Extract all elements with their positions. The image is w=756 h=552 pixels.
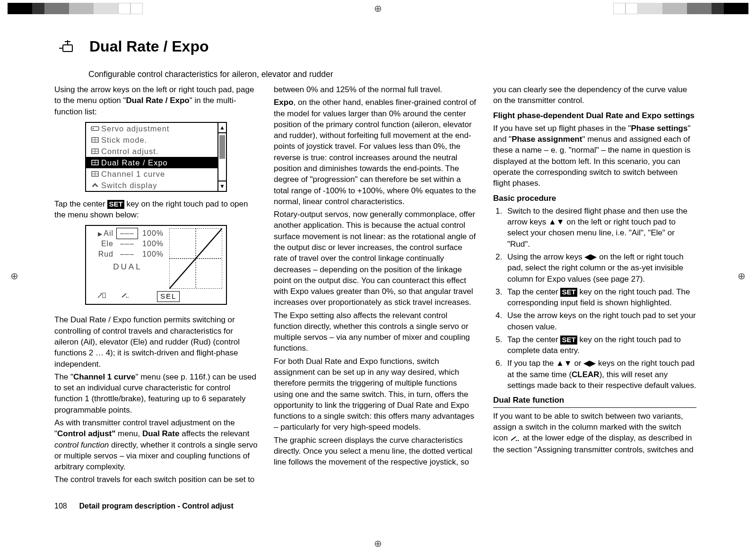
printer-color-bar-left (8, 3, 143, 14)
curve-graph (169, 228, 222, 289)
scrollbar: ▲ ▼ (217, 123, 226, 191)
body-text: Tap the center SET key on the right touc… (54, 198, 258, 221)
scroll-up-icon: ▲ (218, 123, 226, 133)
menu-list-figure: Servo adjustment Stick mode. Control adj… (85, 122, 227, 192)
stick-icon (89, 159, 101, 166)
procedure-step: Using the arrow keys ◀▶ on the left or r… (504, 251, 696, 285)
column-1: Using the arrow keys on the left or righ… (54, 84, 258, 487)
menu-row: Stick mode. (86, 134, 217, 146)
switch-icon (113, 291, 137, 302)
registration-mark-icon: ⊕ (738, 270, 746, 282)
section-heading: Dual Rate function (493, 395, 696, 407)
scroll-down-icon: ▼ (218, 181, 226, 191)
page-subtitle: Configurable control characteristics for… (88, 69, 704, 79)
body-text: The control travels for each switch posi… (54, 474, 258, 485)
procedure-step: Tap the center SET key on the right touc… (504, 334, 696, 356)
page-number: 108 (54, 502, 77, 510)
svg-rect-0 (63, 45, 72, 52)
body-text: you can clearly see the dependency of th… (493, 84, 696, 106)
body-text: If you want to be able to switch between… (493, 411, 696, 456)
servo-icon (89, 125, 101, 132)
section-heading: Basic procedure (493, 193, 696, 204)
body-text: Using the arrow keys on the left or righ… (54, 84, 258, 117)
page-title: Dual Rate / Expo (89, 38, 209, 55)
body-text: For both Dual Rate and Expo functions, s… (274, 356, 477, 433)
procedure-step: Switch to the desired flight phase and t… (504, 206, 696, 250)
procedure-step: Tap the center SET key on the right touc… (504, 286, 696, 309)
registration-mark-icon: ⊕ (374, 3, 382, 14)
menu-row: Servo adjustment (86, 123, 217, 134)
curve-row: Ail ––– 100% (90, 228, 165, 239)
procedure-list: Switch to the desired flight phase and t… (493, 206, 696, 391)
dual-rate-screen-figure: Ail ––– 100% Ele ––– 100% Rud ––– 10 (85, 225, 227, 305)
switch-assign-icon (90, 291, 113, 302)
procedure-step: If you tap the ▲▼ or ◀▶ keys on the righ… (504, 358, 696, 391)
section-heading: Flight phase-dependent Dual Rate and Exp… (493, 110, 696, 121)
menu-row: Control adjust. (86, 146, 217, 157)
body-text: Rotary-output servos, now generally comm… (274, 209, 477, 308)
page-footer: 108 Detail program description - Control… (54, 502, 234, 510)
body-text: Expo, on the other hand, enables finer-g… (274, 97, 477, 207)
procedure-step: Use the arrow keys on the right touch pa… (504, 310, 696, 332)
body-text: The graphic screen displays the curve ch… (274, 435, 477, 468)
body-text: If you have set up flight phases in the … (493, 123, 696, 189)
stick-icon (89, 171, 101, 177)
svg-rect-22 (103, 293, 105, 298)
switch-icon (510, 433, 521, 444)
menu-row-selected: Dual Rate / Expo (86, 157, 217, 168)
body-text: between 0% and 125% of the normal full t… (274, 84, 477, 95)
transmitter-icon (57, 40, 78, 53)
registration-mark-icon: ⊕ (374, 538, 382, 549)
footer-text: Detail program description - Control adj… (79, 502, 233, 510)
stick-icon (89, 137, 101, 143)
stick-icon (89, 148, 101, 155)
printer-color-bar-right (613, 3, 748, 14)
svg-rect-4 (91, 127, 99, 130)
body-text: The Dual Rate / Expo function permits sw… (54, 314, 258, 369)
plane-icon (89, 182, 101, 189)
curve-row: Rud ––– 100% (90, 249, 165, 259)
registration-mark-icon: ⊕ (10, 270, 18, 282)
set-key-badge: SET (107, 200, 124, 209)
menu-row: Channel 1 curve (86, 168, 217, 180)
body-text: The Expo setting also affects the releva… (274, 310, 477, 354)
svg-point-5 (93, 128, 94, 129)
column-3: you can clearly see the dependency of th… (493, 84, 696, 487)
body-text: The "Channel 1 curve" menu (see p. 116f.… (54, 371, 258, 415)
sel-button-label: SEL (157, 291, 180, 302)
menu-row: Switch display (86, 180, 217, 191)
column-2: between 0% and 125% of the normal full t… (274, 84, 477, 487)
body-text: As with transmitter control travel adjus… (54, 417, 258, 472)
curve-row: Ele ––– 100% (90, 239, 165, 249)
dual-label: DUAL (90, 261, 165, 272)
